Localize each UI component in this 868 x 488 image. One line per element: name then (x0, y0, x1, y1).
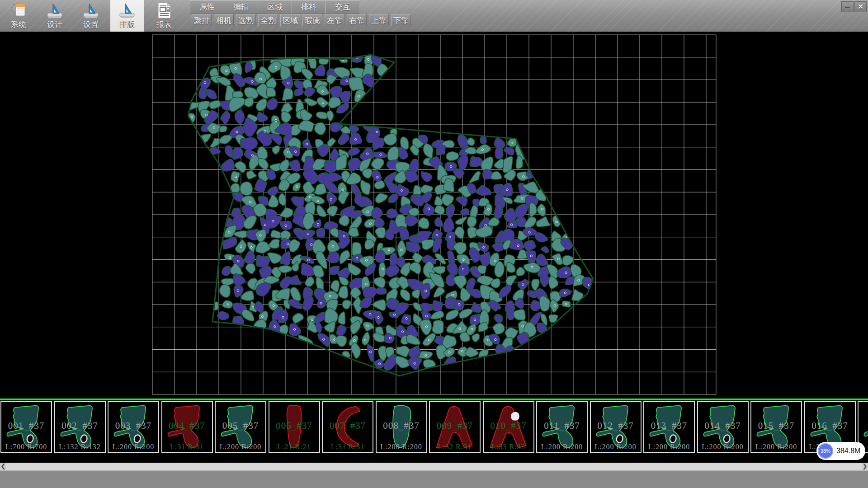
piece-thumbnail[interactable]: 001_#37L:700 R:700 (0, 401, 52, 453)
piece-thumbnail[interactable]: 008_#37L:200 R:200 (376, 401, 427, 453)
menu-tab-properties[interactable]: 属性 (190, 0, 224, 14)
menu-tab-label: 编辑 (233, 3, 249, 11)
memory-size-label: 384.8M (836, 442, 860, 460)
tool-button-row: 聚排 相机 选割 全割 区域 瑕疵 左靠 右靠 上靠 下靠 (192, 14, 411, 26)
piece-lr-count: L:33 R:33 (484, 443, 533, 451)
piece-lr-count: L:32 R:31 (430, 443, 480, 451)
piece-thumbnail[interactable]: 012_#37L:200 R:200 (590, 401, 642, 453)
piece-lr-count: L:132 R:132 (55, 443, 105, 451)
piece-name: 005_#37 (216, 420, 265, 432)
nesting-canvas-svg (0, 32, 868, 399)
piece-lr-count: L:31 R:31 (323, 443, 373, 451)
piece-lr-count: L:200 R:200 (644, 443, 694, 451)
piece-lr-count: L:200 R:200 (537, 443, 587, 451)
tool-button-label: 全割 (260, 16, 276, 25)
piece-name: 016_#37 (805, 420, 855, 432)
title-toolbar: 系统 设计 设置 排版 报表 属性 编辑 区域 排料 (0, 0, 868, 32)
tool-button-defect[interactable]: 瑕疵 (302, 14, 322, 26)
app-tile-design[interactable]: 设计 (38, 0, 71, 32)
tool-button-cluster-nest[interactable]: 聚排 (192, 14, 212, 26)
app-tile-icon (9, 1, 28, 19)
piece-thumbnail[interactable]: 015_#37L:200 R:200 (750, 401, 802, 453)
strip-bottom-gap (0, 455, 868, 463)
app-tile-report[interactable]: 报表 (147, 0, 181, 32)
tool-button-label: 下靠 (393, 16, 409, 25)
piece-thumbnail[interactable]: 003_#37L:200 R:200 (108, 401, 159, 453)
piece-name: 008_#37 (377, 420, 426, 432)
status-bar (0, 470, 868, 488)
tool-button-snap-left[interactable]: 左靠 (325, 14, 344, 26)
app-tile-label: 设置 (74, 19, 108, 30)
piece-name: 010_#37 (484, 420, 533, 432)
piece-name: 007_#37 (323, 420, 373, 432)
tool-button-label: 聚排 (194, 16, 209, 25)
app-tile-label: 报表 (147, 19, 181, 30)
piece-name: 015_#37 (751, 420, 801, 432)
tool-button-camera[interactable]: 相机 (214, 14, 234, 26)
app-tile-icon (155, 1, 173, 19)
piece-thumbnail[interactable]: 013_#37L:200 R:200 (643, 401, 695, 453)
piece-thumbnail[interactable]: 007_#37L:31 R:31 (322, 401, 373, 453)
piece-thumbnail[interactable]: 014_#37L:200 R:200 (697, 401, 749, 453)
horizontal-scrollbar[interactable]: ❮ ❯ (0, 463, 868, 470)
piece-name: 001_#37 (1, 420, 51, 432)
piece-lr-count: L:200 R:200 (377, 443, 426, 451)
tool-button-cut-all[interactable]: 全割 (258, 14, 278, 26)
tool-button-snap-up[interactable]: 上靠 (369, 14, 389, 26)
piece-thumbnail-strip: 001_#37L:700 R:700002_#37L:132 R:132003_… (0, 400, 868, 455)
memory-progress-badge[interactable]: 38% 384.8M (816, 442, 865, 460)
menu-tab-region[interactable]: 区域 (258, 0, 292, 14)
piece-lr-count: L:21 R:21 (269, 443, 319, 451)
minimize-button[interactable]: ─ (841, 1, 854, 12)
app-tile-settings[interactable]: 设置 (74, 0, 108, 32)
tool-button-label: 瑕疵 (305, 16, 320, 25)
scroll-right-arrow-icon[interactable]: ❯ (862, 463, 868, 470)
tool-button-label: 选割 (238, 16, 254, 25)
piece-lr-count: L:700 R:700 (1, 443, 51, 451)
piece-thumbnail[interactable]: 004_#37L:31 R:31 (161, 401, 213, 453)
piece-name: 004_#37 (162, 420, 212, 432)
piece-name: 011_#37 (537, 420, 587, 432)
menu-tab-label: 区域 (267, 3, 283, 11)
piece-name: 009_#37 (430, 420, 480, 432)
tool-button-label: 上靠 (371, 16, 387, 25)
app-tile-icon (118, 1, 136, 19)
tool-button-region[interactable]: 区域 (280, 14, 300, 26)
tool-button-select-cut[interactable]: 选割 (236, 14, 256, 26)
menu-tab-edit[interactable]: 编辑 (224, 0, 258, 14)
piece-thumbnail[interactable]: 006_#37L:21 R:21 (269, 401, 320, 453)
app-tile-label: 系统 (2, 19, 35, 30)
menu-tab-label: 交互 (335, 3, 350, 11)
piece-lr-count: L:200 R:200 (216, 443, 265, 451)
piece-lr-count: L:31 R:31 (162, 443, 212, 451)
piece-lr-count: L:200 R:200 (108, 443, 158, 451)
piece-name: 006_#37 (269, 420, 319, 432)
app-tile-layout[interactable]: 排版 (110, 0, 144, 32)
nesting-canvas[interactable] (0, 32, 868, 399)
tool-button-snap-right[interactable]: 右靠 (347, 14, 367, 26)
piece-name: 002_#37 (55, 420, 105, 432)
scroll-left-arrow-icon[interactable]: ❮ (0, 463, 6, 470)
app-tile-label: 排版 (110, 19, 144, 30)
menu-tab-interact[interactable]: 交互 (326, 0, 359, 14)
piece-thumbnail[interactable]: 002_#37L:132 R:132 (54, 401, 106, 453)
close-button[interactable]: ✕ (854, 1, 867, 12)
piece-lr-count: L:200 R:200 (698, 443, 748, 451)
app-tile-icon (46, 1, 64, 19)
menu-tab-label: 属性 (199, 3, 215, 11)
piece-thumbnail[interactable]: 009_#37L:32 R:31 (429, 401, 481, 453)
app-tile-label: 设计 (38, 19, 71, 30)
progress-percent-circle: 38% (818, 443, 833, 459)
piece-lr-count: L:200 R:200 (591, 443, 641, 451)
piece-name: 003_#37 (108, 420, 158, 432)
menu-tab-row: 属性 编辑 区域 排料 交互 (190, 0, 359, 13)
piece-thumbnail[interactable]: 010_#37L:33 R:33 (483, 401, 534, 453)
menu-tab-nesting[interactable]: 排料 (292, 0, 326, 14)
piece-thumbnail[interactable]: 005_#37L:200 R:200 (215, 401, 266, 453)
tool-button-label: 区域 (283, 16, 298, 25)
tool-button-label: 右靠 (349, 16, 364, 25)
piece-thumbnail[interactable]: 011_#37L:200 R:200 (536, 401, 588, 453)
app-tile-system[interactable]: 系统 (2, 0, 35, 32)
menu-tab-label: 排料 (301, 3, 316, 11)
tool-button-snap-down[interactable]: 下靠 (391, 14, 411, 26)
